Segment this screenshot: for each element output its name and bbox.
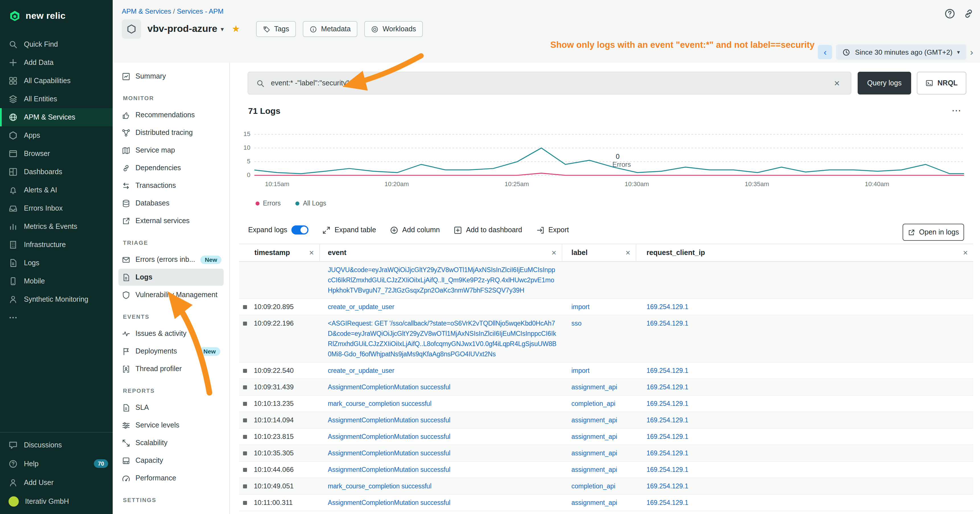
log-label-link[interactable]: import <box>571 303 590 310</box>
open-in-logs-button[interactable]: Open in logs <box>903 224 964 241</box>
expand-logs-toggle[interactable] <box>291 225 309 234</box>
service-nav-capacity[interactable]: Capacity <box>118 452 224 469</box>
service-nav-logs[interactable]: Logs <box>118 269 224 286</box>
breadcrumb-services-apm[interactable]: Services - APM <box>177 7 223 15</box>
log-ip-link[interactable]: 169.254.129.1 <box>646 433 688 440</box>
column-header-event[interactable]: event✕ <box>320 244 562 261</box>
log-label-link[interactable]: sso <box>571 320 582 327</box>
log-ip-link[interactable]: 169.254.129.1 <box>646 450 688 457</box>
log-event-link[interactable]: <ASGIRequest: GET '/sso/callback/?state=… <box>328 320 556 358</box>
help-circle-icon[interactable] <box>944 8 956 19</box>
log-row[interactable]: 10:09:31.439 AssignmentCompletionMutatio… <box>239 379 973 396</box>
log-ip-link[interactable]: 169.254.129.1 <box>646 367 688 374</box>
sidebar-item-logs[interactable]: Logs <box>0 254 113 272</box>
log-event-link[interactable]: create_or_update_user <box>328 303 395 310</box>
sidebar-item-mobile[interactable]: Mobile <box>0 272 113 290</box>
sidebar-item-synthetic-monitoring[interactable]: Synthetic Monitoring <box>0 290 113 309</box>
service-nav-distributed-tracing[interactable]: Distributed tracing <box>118 124 224 141</box>
sidebar-item-more[interactable] <box>0 309 113 327</box>
log-event-link[interactable]: AssignmentCompletionMutation successful <box>328 499 450 506</box>
query-logs-button[interactable]: Query logs <box>858 72 911 94</box>
row-marker[interactable] <box>243 484 247 489</box>
log-ip-link[interactable]: 169.254.129.1 <box>646 417 688 423</box>
row-marker[interactable] <box>243 321 247 326</box>
row-marker[interactable] <box>243 451 247 455</box>
service-nav-service-levels[interactable]: Service levels <box>118 417 224 434</box>
legend-item-errors[interactable]: Errors <box>256 200 281 207</box>
time-back-button[interactable]: ‹ <box>818 45 832 59</box>
favorite-star-icon[interactable]: ★ <box>232 24 240 33</box>
log-row[interactable]: 10:10:13.235 mark_course_completion succ… <box>239 396 973 412</box>
log-label-link[interactable]: completion_api <box>571 483 616 490</box>
service-nav-performance[interactable]: Performance <box>118 469 224 487</box>
log-label-link[interactable]: assignment_api <box>571 433 617 440</box>
new-relic-logo[interactable]: new relic <box>0 0 113 29</box>
log-row[interactable]: 10:09:22.196 <ASGIRequest: GET '/sso/cal… <box>239 315 973 363</box>
log-ip-link[interactable]: 169.254.129.1 <box>646 384 688 390</box>
clear-query-icon[interactable]: ✕ <box>831 78 843 89</box>
log-label-link[interactable]: assignment_api <box>571 450 617 457</box>
service-nav-errors-inbox[interactable]: Errors (errors inb...New <box>118 251 224 268</box>
column-header-label[interactable]: label✕ <box>562 244 636 261</box>
log-ip-link[interactable]: 169.254.129.1 <box>646 320 688 327</box>
sidebar-item-apps[interactable]: Apps <box>0 126 113 145</box>
sidebar-item-apm-services[interactable]: APM & Services <box>0 108 113 126</box>
time-picker[interactable]: Since 30 minutes ago (GMT+2) ▾ <box>836 45 966 60</box>
log-event-link[interactable]: AssignmentCompletionMutation successful <box>328 417 450 423</box>
log-ip-link[interactable]: 169.254.129.1 <box>646 499 688 506</box>
log-row[interactable]: JUQVU&code=eyJraWQiOiJjcGltY29yZV8wOTl1M… <box>239 262 973 299</box>
export-button[interactable]: Export <box>536 226 569 234</box>
log-label-link[interactable]: assignment_api <box>571 384 617 390</box>
log-label-link[interactable]: assignment_api <box>571 417 617 423</box>
logs-query-bar[interactable]: event:* -"label":"security" ✕ <box>248 72 851 94</box>
row-marker[interactable] <box>243 369 247 373</box>
sidebar-item-account[interactable]: Iterativ GmbH <box>0 492 113 511</box>
column-header-request-client-ip[interactable]: request_client_ip✕ <box>636 244 973 261</box>
log-ip-link[interactable]: 169.254.129.1 <box>646 303 688 310</box>
log-event-link[interactable]: AssignmentCompletionMutation successful <box>328 433 450 440</box>
service-nav-recommendations[interactable]: Recommendations <box>118 107 224 124</box>
row-marker[interactable] <box>243 501 247 505</box>
log-event-link[interactable]: AssignmentCompletionMutation successful <box>328 466 450 473</box>
service-nav-scalability[interactable]: Scalability <box>118 434 224 451</box>
workloads-button[interactable]: Workloads <box>364 21 423 37</box>
log-ip-link[interactable]: 169.254.129.1 <box>646 400 688 407</box>
service-nav-dependencies[interactable]: Dependencies <box>118 159 224 177</box>
sidebar-item-metrics-events[interactable]: Metrics & Events <box>0 218 113 236</box>
log-event-link[interactable]: AssignmentCompletionMutation successful <box>328 384 450 390</box>
add-to-dashboard-button[interactable]: Add to dashboard <box>453 226 522 234</box>
sidebar-item-dashboards[interactable]: Dashboards <box>0 163 113 181</box>
sidebar-item-add-user[interactable]: Add User <box>0 473 113 492</box>
log-label-link[interactable]: import <box>571 367 590 374</box>
sidebar-item-add-data[interactable]: Add Data <box>0 54 113 72</box>
log-ip-link[interactable]: 169.254.129.1 <box>646 483 688 490</box>
log-event-link[interactable]: mark_course_completion successful <box>328 483 431 490</box>
log-event-link[interactable]: create_or_update_user <box>328 367 395 374</box>
service-nav-vulnerability-management[interactable]: Vulnerability Management <box>118 286 224 303</box>
add-column-button[interactable]: Add column <box>390 226 440 234</box>
remove-column-icon[interactable]: ✕ <box>309 249 314 256</box>
remove-column-icon[interactable]: ✕ <box>963 249 968 256</box>
breadcrumb-apm-services[interactable]: APM & Services <box>122 7 171 15</box>
log-row[interactable]: 10:11:00.311 AssignmentCompletionMutatio… <box>239 495 973 511</box>
column-header-timestamp[interactable]: timestamp✕ <box>239 244 320 261</box>
log-row[interactable]: 10:10:23.815 AssignmentCompletionMutatio… <box>239 429 973 445</box>
log-row[interactable]: 10:09:20.895 create_or_update_user impor… <box>239 299 973 315</box>
log-event-link[interactable]: mark_course_completion successful <box>328 400 431 407</box>
chevron-right-icon[interactable]: › <box>970 48 973 57</box>
row-marker[interactable] <box>243 419 247 422</box>
log-ip-link[interactable]: 169.254.129.1 <box>646 466 688 473</box>
service-nav-summary[interactable]: Summary <box>118 68 224 85</box>
remove-column-icon[interactable]: ✕ <box>552 249 557 256</box>
sidebar-item-quick-find[interactable]: Quick Find <box>0 35 113 54</box>
service-nav-sla[interactable]: SLA <box>118 399 224 416</box>
sidebar-item-infrastructure[interactable]: Infrastructure <box>0 236 113 254</box>
logs-query-input[interactable]: event:* -"label":"security" <box>271 79 825 87</box>
row-marker[interactable] <box>243 385 247 389</box>
sidebar-item-all-capabilities[interactable]: All Capabilities <box>0 72 113 90</box>
log-event-link[interactable]: JUQVU&code=eyJraWQiOiJjcGltY29yZV8wOTl1M… <box>328 265 558 295</box>
sidebar-item-help[interactable]: Help70 <box>0 454 113 473</box>
service-nav-transactions[interactable]: Transactions <box>118 177 224 194</box>
row-marker[interactable] <box>243 468 247 472</box>
service-nav-issues-activity[interactable]: Issues & activity <box>118 325 224 342</box>
